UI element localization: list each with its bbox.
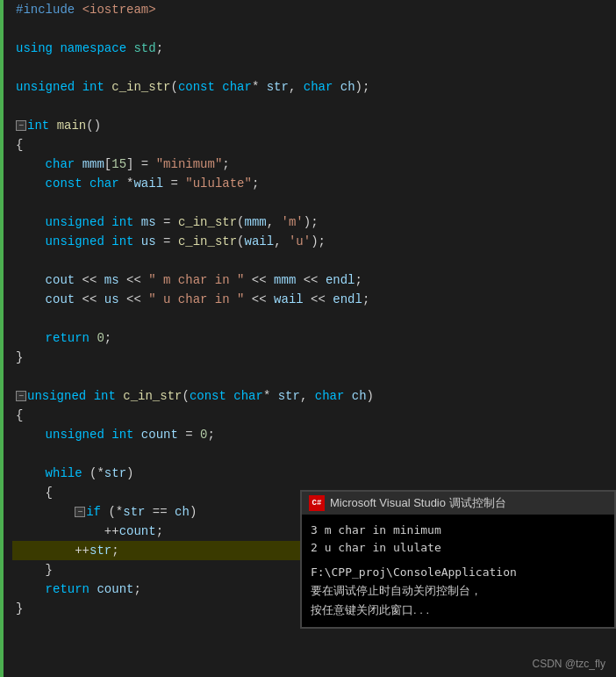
code-line-12: unsigned int ms = c_in_str(mmm, 'm'); — [12, 212, 616, 232]
attribution: CSDN @tzc_fly — [532, 658, 605, 670]
code-line-13: unsigned int us = c_in_str(wail, 'u'); — [12, 232, 616, 251]
code-line-24 — [12, 444, 616, 464]
line-3-using: using — [16, 41, 53, 55]
code-editor: #include <iostream> using namespace std;… — [0, 0, 616, 677]
code-line-4 — [12, 58, 616, 77]
code-line-17 — [12, 309, 616, 328]
console-titlebar: C# Microsoft Visual Studio 调试控制台 — [302, 492, 614, 515]
code-line-1: #include <iostream> — [12, 0, 616, 19]
code-line-5: unsigned int c_in_str(const char* str, c… — [12, 77, 616, 97]
code-line-22: { — [12, 406, 616, 425]
code-line-7: −int main() — [12, 116, 616, 135]
code-line-14 — [12, 251, 616, 270]
code-line-6 — [12, 97, 616, 116]
console-path: F:\CPP_proj\ConsoleApplication — [311, 564, 605, 581]
code-line-10: const char *wail = "ululate"; — [12, 174, 616, 193]
console-output-line-1: 3 m char in minimum — [311, 522, 605, 539]
code-line-9: char mmm[15] = "minimum"; — [12, 155, 616, 174]
code-line-11 — [12, 193, 616, 212]
fold-if[interactable]: − — [75, 507, 85, 517]
vs-icon: C# — [309, 495, 325, 511]
fold-main[interactable]: − — [16, 120, 26, 131]
code-line-15: cout << ms << " m char in " << mmm << en… — [12, 270, 616, 290]
console-overlay: C# Microsoft Visual Studio 调试控制台 3 m cha… — [300, 490, 616, 629]
console-chinese-2: 按任意键关闭此窗口. . . — [311, 601, 605, 620]
console-output-line-2: 2 u char in ululate — [311, 539, 605, 557]
code-line-3: using namespace std; — [12, 39, 616, 58]
fold-c-in-str[interactable]: − — [16, 391, 26, 401]
code-line-16: cout << us << " u char in " << wail << e… — [12, 290, 616, 309]
code-line-8: { — [12, 135, 616, 155]
code-line-20 — [12, 367, 616, 386]
code-line-18: return 0; — [12, 328, 616, 348]
code-line-25: while (*str) — [12, 464, 616, 483]
console-title: Microsoft Visual Studio 调试控制台 — [330, 495, 506, 511]
line-1-content: #include <iostream> — [16, 3, 156, 17]
console-body: 3 m char in minimum 2 u char in ululate … — [302, 515, 614, 627]
code-line-23: unsigned int count = 0; — [12, 425, 616, 444]
code-line-19: } — [12, 348, 616, 367]
code-line-2 — [12, 19, 616, 39]
code-line-21: −unsigned int c_in_str(const char* str, … — [12, 386, 616, 406]
console-chinese-1: 要在调试停止时自动关闭控制台， — [311, 581, 605, 601]
